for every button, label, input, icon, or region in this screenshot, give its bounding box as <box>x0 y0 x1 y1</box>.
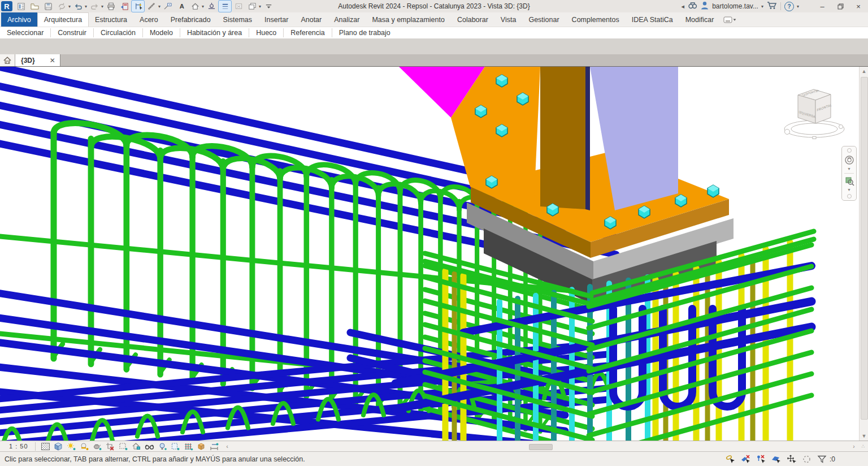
navbar-handle2-icon[interactable] <box>847 194 852 199</box>
undo-dropdown-icon[interactable]: ▾ <box>85 4 87 9</box>
text-icon[interactable]: A <box>175 1 188 12</box>
reveal-hidden-icon[interactable] <box>156 442 169 451</box>
open-icon[interactable] <box>28 1 41 12</box>
switch-windows-dropdown-icon[interactable]: ▾ <box>259 4 261 9</box>
default-3d-view-icon[interactable] <box>189 1 201 12</box>
detail-level-icon[interactable] <box>39 442 52 451</box>
rendering-icon[interactable] <box>91 442 104 451</box>
help-dropdown-icon[interactable]: ▾ <box>797 4 799 9</box>
save-icon[interactable] <box>42 1 54 12</box>
scale-control[interactable]: 1 : 50 <box>0 443 35 450</box>
drawing-area[interactable]: SUPERIOR IZQUIERDA FRONTAL ▼ ▼ <box>0 67 859 441</box>
panel-circulacion[interactable]: Circulación <box>94 29 142 37</box>
crop-view-icon[interactable] <box>104 442 117 451</box>
redo-dropdown-icon[interactable]: ▾ <box>101 4 103 9</box>
tag-icon[interactable] <box>162 1 174 12</box>
tab-anotar[interactable]: Anotar <box>294 12 328 27</box>
horizontal-scrollbar[interactable] <box>236 442 849 451</box>
deactivate-view-icon[interactable] <box>232 1 245 12</box>
scroll-up-icon[interactable]: ▲ <box>860 67 868 76</box>
sun-path-icon[interactable] <box>65 442 78 451</box>
thin-lines-icon[interactable] <box>219 1 231 12</box>
resize-grip-icon[interactable]: ∴ <box>859 442 868 451</box>
visual-style-icon[interactable] <box>52 442 65 451</box>
lock-view-icon[interactable] <box>130 442 143 451</box>
view-tab-3d[interactable]: {3D} ✕ <box>15 54 60 66</box>
revit-logo[interactable]: R <box>1 1 12 11</box>
measure-dropdown-icon[interactable]: ▾ <box>158 4 160 9</box>
horizontal-scroll-thumb[interactable] <box>529 444 553 450</box>
vertical-scroll-thumb[interactable] <box>861 77 868 420</box>
aligned-dimension-icon[interactable] <box>132 1 144 12</box>
navigation-bar[interactable]: ▼ ▼ <box>841 146 857 201</box>
steering-wheel-icon[interactable] <box>844 155 854 165</box>
cart-icon[interactable] <box>767 1 777 11</box>
section-icon[interactable] <box>205 1 218 12</box>
tab-masa-emplazamiento[interactable]: Masa y emplazamiento <box>366 12 451 27</box>
panel-modelo[interactable]: Modelo <box>143 29 180 37</box>
project-icon[interactable] <box>15 1 27 12</box>
filter-icon[interactable] <box>817 454 828 464</box>
tab-archivo[interactable]: Archivo <box>1 12 37 27</box>
customize-qat-icon[interactable] <box>262 1 275 12</box>
help-icon[interactable]: ? <box>784 2 794 11</box>
tab-arquitectura[interactable]: Arquitectura <box>37 12 89 27</box>
analytical-model-icon[interactable] <box>182 442 195 451</box>
temporary-view-properties-icon[interactable] <box>169 442 182 451</box>
user-name[interactable]: bartolome.tav... <box>712 2 758 10</box>
panel-construir[interactable]: Construir <box>51 29 93 37</box>
navbar-zoom-dropdown-icon[interactable]: ▼ <box>847 188 851 192</box>
minimize-icon[interactable]: – <box>815 1 830 12</box>
collapse-icon[interactable]: ‹ <box>221 442 234 451</box>
measure-icon[interactable] <box>145 1 158 12</box>
vertical-scrollbar[interactable]: ▲ ▼ <box>859 67 868 441</box>
tab-prefabricado[interactable]: Prefabricado <box>164 12 217 27</box>
tab-acero[interactable]: Acero <box>133 12 164 27</box>
select-links-icon[interactable] <box>725 454 736 464</box>
view-cube[interactable]: SUPERIOR IZQUIERDA FRONTAL <box>781 85 852 144</box>
select-pinned-icon[interactable] <box>756 454 767 464</box>
panel-plano-trabajo[interactable]: Plano de trabajo <box>332 29 397 37</box>
tab-idea-statica[interactable]: IDEA StatiCa <box>626 12 679 27</box>
undo-icon[interactable] <box>72 1 84 12</box>
tab-gestionar[interactable]: Gestionar <box>522 12 565 27</box>
selection-progress-icon[interactable] <box>801 454 813 464</box>
redo-icon[interactable] <box>88 1 101 12</box>
view-tab-close-icon[interactable]: ✕ <box>50 57 55 64</box>
hide-isolate-icon[interactable] <box>143 442 156 451</box>
close-inactive-icon[interactable] <box>118 1 131 12</box>
user-dropdown-icon[interactable]: ▾ <box>761 4 763 9</box>
switch-windows-icon[interactable] <box>246 1 258 12</box>
panel-hueco[interactable]: Hueco <box>249 29 283 37</box>
panel-habitacion[interactable]: Habitación y área <box>180 29 249 37</box>
scroll-right-icon[interactable]: › <box>849 442 859 451</box>
sync-icon[interactable] <box>55 1 68 12</box>
tab-analizar[interactable]: Analizar <box>328 12 366 27</box>
panel-seleccionar[interactable]: Seleccionar <box>0 29 50 37</box>
displacement-sets-icon[interactable] <box>195 442 208 451</box>
reveal-constraints-icon[interactable] <box>208 442 221 451</box>
collapse-arrow-icon[interactable]: ◂ <box>682 3 685 10</box>
navbar-handle-icon[interactable] <box>847 148 852 153</box>
search-icon[interactable] <box>688 1 697 11</box>
drag-on-selection-icon[interactable] <box>786 454 797 464</box>
tab-colaborar[interactable]: Colaborar <box>451 12 494 27</box>
tab-insertar[interactable]: Insertar <box>258 12 294 27</box>
restore-icon[interactable] <box>833 1 848 12</box>
close-icon[interactable]: × <box>851 1 866 12</box>
panel-referencia[interactable]: Referencia <box>284 29 331 37</box>
print-icon[interactable] <box>105 1 117 12</box>
tab-sistemas[interactable]: Sistemas <box>217 12 258 27</box>
model-3d-view[interactable] <box>0 67 859 441</box>
ribbon-state-icon[interactable] <box>723 12 737 27</box>
tab-vista[interactable]: Vista <box>494 12 523 27</box>
view-dropdown-icon[interactable]: ▾ <box>202 4 204 9</box>
select-underlay-icon[interactable] <box>740 454 752 464</box>
scroll-down-icon[interactable]: ▼ <box>860 432 868 441</box>
tab-complementos[interactable]: Complementos <box>566 12 626 27</box>
home-icon[interactable] <box>0 54 15 66</box>
navbar-wheel-dropdown-icon[interactable]: ▼ <box>847 167 851 171</box>
user-icon[interactable] <box>701 1 709 11</box>
tab-modificar[interactable]: Modificar <box>679 12 721 27</box>
select-by-face-icon[interactable] <box>771 454 782 464</box>
